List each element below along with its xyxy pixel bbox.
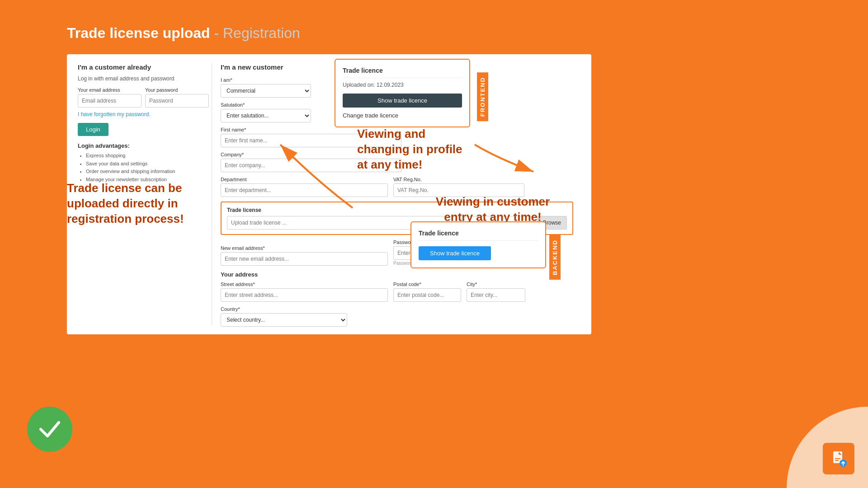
annotation-left-text: Trade license can be uploaded directly i… (67, 181, 184, 225)
country-label: Country* (221, 306, 347, 312)
annotation-left: Trade license can be uploaded directly i… (67, 181, 193, 226)
vat-label: VAT Reg.No. (393, 177, 524, 182)
advantage-item: Save your data and settings (86, 160, 209, 168)
country-select[interactable]: Select country... (221, 313, 347, 327)
checkmark-icon (36, 416, 63, 443)
page-title-normal: - Registration (210, 25, 300, 41)
address-title: Your address (221, 271, 573, 278)
login-subtitle: Log in with email address and password (78, 75, 209, 82)
postal-label: Postal code* (393, 282, 461, 287)
section-divider (212, 63, 212, 325)
page-title: Trade license upload - Registration (67, 25, 300, 42)
salutation-select[interactable]: Enter salutation... (221, 109, 311, 122)
frontend-card: Trade licence Uploaded on: 12.09.2023 Sh… (335, 59, 470, 127)
street-label: Street address* (221, 282, 388, 287)
iam-label: I am* (221, 77, 311, 83)
email-input[interactable] (78, 94, 142, 108)
annotation-right-top: Viewing and changing in profile at any t… (357, 127, 466, 172)
document-upload-icon (830, 450, 848, 468)
password-input[interactable] (145, 94, 209, 108)
postal-input[interactable] (393, 288, 461, 302)
department-input[interactable] (221, 183, 388, 197)
new-email-input[interactable] (221, 252, 388, 266)
corner-decoration (778, 398, 868, 488)
annotation-right-bottom-text: Viewing in customer entry at any time! (436, 195, 550, 224)
frontend-card-title: Trade licence (343, 67, 462, 78)
frontend-label: FRONTEND (477, 72, 488, 121)
annotation-right-top-text: Viewing and changing in profile at any t… (357, 127, 462, 171)
advantages-title: Login advantages: (78, 142, 209, 149)
left-column: I'm a customer already Log in with email… (78, 63, 209, 183)
street-input[interactable] (221, 288, 388, 302)
login-button[interactable]: Login (78, 123, 108, 136)
city-label: City* (467, 282, 525, 287)
existing-customer-title: I'm a customer already (78, 63, 209, 71)
backend-show-trade-licence-button[interactable]: Show trade licence (419, 246, 491, 260)
forgot-password-link[interactable]: I have forgotten my password. (78, 111, 209, 117)
advantages-list: Express shoppingSave your data and setti… (78, 152, 209, 183)
backend-label: BACKEND (549, 235, 561, 280)
advantage-item: Order overview and shipping information (86, 168, 209, 176)
city-input[interactable] (467, 288, 525, 302)
corner-icon (823, 443, 854, 474)
uploaded-date: Uploaded on: 12.09.2023 (343, 82, 462, 88)
success-checkmark (27, 407, 72, 452)
annotation-right-bottom: Viewing in customer entry at any time! (429, 194, 556, 225)
change-trade-licence-link[interactable]: Change trade licence (343, 112, 398, 119)
iam-select[interactable]: Commercial (221, 84, 311, 98)
department-label: Department (221, 177, 388, 182)
backend-card-title: Trade licence (419, 230, 538, 241)
salutation-label: Salutation* (221, 102, 311, 108)
new-email-label: New email address* (221, 245, 388, 251)
password-label: Your password (145, 87, 209, 93)
advantage-item: Express shopping (86, 152, 209, 160)
show-trade-licence-button[interactable]: Show trade licence (343, 94, 462, 108)
backend-card: Trade licence Show trade licence (410, 221, 546, 268)
page-title-bold: Trade license upload (67, 25, 210, 41)
email-label: Your email address (78, 87, 142, 93)
